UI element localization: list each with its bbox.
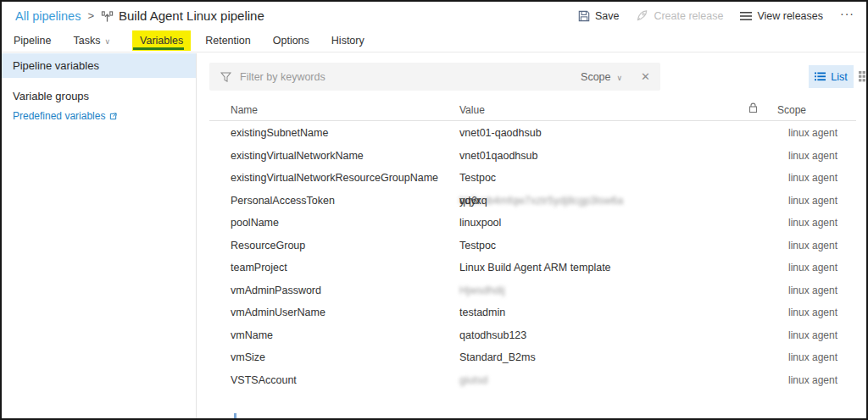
variables-table: existingSubnetNamevnet01-qaodhsublinux a… [198, 122, 866, 391]
filter-icon [220, 72, 231, 82]
table-row[interactable]: existingSubnetNamevnet01-qaodhsublinux a… [198, 122, 866, 145]
sidebar: Pipeline variablesVariable groupsPredefi… [2, 53, 197, 418]
variable-scope: linux agent [788, 374, 837, 386]
redacted-value: Hjwsdhdij [459, 285, 505, 296]
table-row[interactable]: PersonalAccessTokenqq6rhk2vnb4mfqw7xztr5… [198, 190, 866, 213]
external-link-icon [109, 113, 117, 120]
variable-name: teamProject [231, 262, 287, 274]
page-title: Build Agent Linux pipeline [119, 8, 264, 23]
variable-scope: linux agent [788, 351, 837, 363]
add-variable-link-partial[interactable] [234, 413, 236, 420]
tab-history[interactable]: History [331, 35, 364, 47]
variable-scope: linux agent [788, 217, 837, 229]
list-view-icon [815, 72, 826, 81]
save-icon [578, 10, 590, 22]
filter-input[interactable]: Filter by keywords [240, 71, 581, 83]
variable-scope: linux agent [788, 285, 837, 296]
table-row[interactable]: poolNamelinuxpoollinux agent [198, 212, 866, 235]
table-row[interactable]: existingVirtualNetworkNamevnet01qaodhsub… [198, 145, 866, 168]
variable-scope: linux agent [788, 240, 837, 251]
table-row[interactable]: vmSizeStandard_B2mslinux agent [198, 346, 866, 369]
list-icon [740, 11, 752, 21]
redacted-value: giutsd [459, 374, 487, 386]
table-row[interactable]: vmNameqatodhsub123linux agent [198, 324, 866, 347]
variable-name: vmSize [231, 351, 265, 363]
variable-name: PersonalAccessToken [231, 195, 335, 207]
sidebar-item-variable-groups[interactable]: Variable groups [2, 86, 196, 108]
close-icon[interactable]: ✕ [641, 70, 650, 83]
sidebar-item-pipeline-variables[interactable]: Pipeline variables [2, 53, 196, 78]
header: All pipelines > Build Agent Linux pipeli… [2, 2, 866, 30]
variable-scope: linux agent [788, 307, 837, 318]
tab-bar: PipelineTasks∨VariablesRetentionOptionsH… [2, 30, 866, 52]
variable-name: poolName [231, 217, 279, 229]
variable-name: vmAdminUserName [231, 307, 326, 318]
table-row[interactable]: teamProjectLinux Build Agent ARM templat… [198, 257, 866, 279]
breadcrumb-separator: > [87, 9, 94, 22]
filter-bar[interactable]: Filter by keywords Scope ∨ ✕ [209, 63, 660, 91]
variable-name: vmAdminPassword [231, 285, 321, 296]
variable-name: existingVirtualNetworkResourceGroupName [231, 172, 438, 184]
variable-name: ResourceGroup [231, 240, 305, 251]
app-window: All pipelines > Build Agent Linux pipeli… [0, 0, 868, 420]
more-options-button[interactable]: ··· [840, 7, 854, 25]
tab-pipeline[interactable]: Pipeline [14, 35, 51, 47]
variable-name: existingVirtualNetworkName [231, 150, 364, 162]
save-button[interactable]: Save [578, 10, 620, 22]
scope-dropdown[interactable]: Scope ∨ [581, 71, 622, 83]
header-actions: Save Create release [578, 7, 854, 25]
variable-scope: linux agent [788, 150, 837, 162]
chevron-down-icon: ∨ [104, 37, 110, 46]
sidebar-item-predefined-variables[interactable]: Predefined variables [2, 110, 196, 122]
variable-name: VSTSAccount [231, 374, 297, 386]
tab-retention[interactable]: Retention [205, 35, 251, 47]
column-header-scope: Scope [777, 104, 806, 116]
chevron-down-icon: ∨ [617, 74, 623, 82]
column-header-name: Name [231, 104, 258, 116]
table-header-divider [209, 120, 856, 121]
column-header-value: Value [459, 104, 485, 116]
variable-scope: linux agent [788, 127, 837, 139]
grid-view-icon[interactable] [859, 71, 868, 82]
variable-scope: linux agent [788, 172, 837, 184]
variable-scope: linux agent [788, 329, 837, 341]
tab-tasks[interactable]: Tasks∨ [73, 35, 110, 47]
table-row[interactable]: VSTSAccountgiutsdlinux agent [198, 369, 866, 392]
release-pipeline-icon [101, 10, 114, 23]
variable-scope: linux agent [788, 262, 837, 274]
tab-options[interactable]: Options [273, 35, 309, 47]
variable-name: existingSubnetName [231, 127, 328, 139]
rocket-icon [636, 9, 648, 22]
list-view-button[interactable]: List [809, 65, 854, 88]
variable-scope: linux agent [788, 195, 837, 207]
table-header: Name Value Scope [198, 102, 866, 121]
view-releases-button[interactable]: View releases [740, 10, 823, 22]
table-row[interactable]: ResourceGroupTestpoclinux agent [198, 235, 866, 257]
create-release-button[interactable]: Create release [636, 9, 723, 22]
table-row[interactable]: existingVirtualNetworkResourceGroupNameT… [198, 167, 866, 190]
lock-icon [748, 102, 758, 113]
table-row[interactable]: vmAdminPasswordHjwsdhdijlinux agent [198, 279, 866, 302]
breadcrumb-all-pipelines[interactable]: All pipelines [15, 9, 81, 23]
variable-name: vmName [231, 329, 273, 341]
tab-variables[interactable]: Variables [132, 30, 191, 51]
table-row[interactable]: vmAdminUserNametestadminlinux agent [198, 301, 866, 324]
